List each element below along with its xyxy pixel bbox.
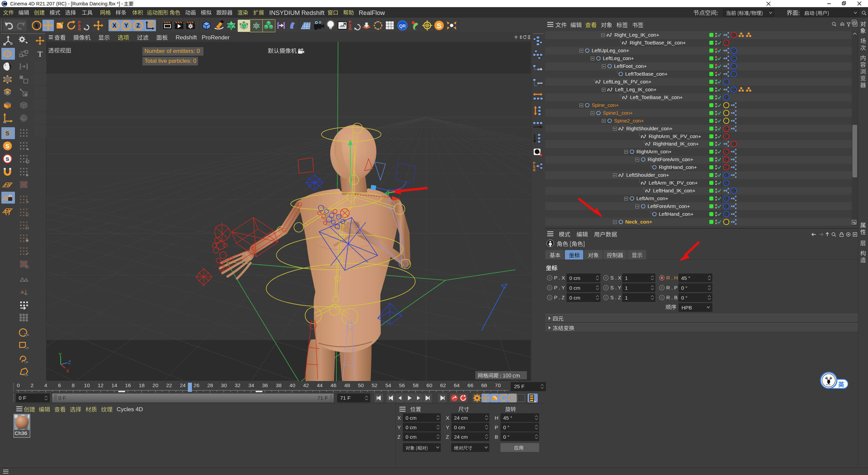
svg-text:C: C (725, 165, 728, 169)
svg-text:( ): ( ) (5, 209, 10, 215)
svg-text:T: T (38, 50, 43, 58)
svg-text:Z: Z (68, 360, 71, 365)
svg-text:X: X (113, 22, 117, 29)
svg-text:X: X (66, 368, 70, 373)
svg-text:C: C (732, 142, 735, 146)
svg-text:C: C (725, 212, 728, 216)
svg-text:S: S (6, 156, 9, 162)
svg-text:C: C (725, 41, 728, 45)
svg-text:C: C (732, 56, 735, 60)
svg-text:C: C (725, 150, 728, 154)
svg-text:S: S (437, 22, 441, 30)
svg-text:Y: Y (124, 22, 129, 29)
svg-text:C: C (732, 64, 735, 68)
svg-text:C: C (725, 204, 728, 208)
svg-text:C: C (732, 72, 735, 76)
svg-text:C: C (725, 134, 728, 138)
svg-text:C: C (725, 95, 728, 99)
svg-text:R: R (78, 27, 81, 31)
svg-text:Y: Y (59, 353, 62, 357)
svg-text:C: C (725, 196, 728, 201)
svg-text:Z: Z (136, 22, 140, 29)
svg-text:C: C (725, 127, 728, 131)
svg-text:C: C (725, 181, 728, 185)
svg-text:R: R (349, 27, 352, 31)
svg-text:C: C (732, 33, 735, 37)
svg-text:S: S (5, 143, 9, 150)
svg-text:C: C (725, 111, 728, 115)
svg-text:S: S (5, 130, 9, 137)
svg-text:C: C (725, 103, 728, 107)
svg-text:C: C (732, 189, 735, 193)
svg-text:C: C (725, 157, 728, 162)
svg-text:C: C (732, 49, 735, 53)
svg-text:R: R (533, 168, 536, 172)
svg-text:C: C (725, 173, 728, 177)
svg-text:C: C (732, 88, 735, 92)
svg-text:C: C (725, 119, 728, 123)
svg-text:C: C (725, 220, 728, 224)
svg-text:P: P (511, 396, 514, 401)
svg-text:QR: QR (399, 23, 406, 28)
svg-text:C: C (725, 80, 728, 84)
